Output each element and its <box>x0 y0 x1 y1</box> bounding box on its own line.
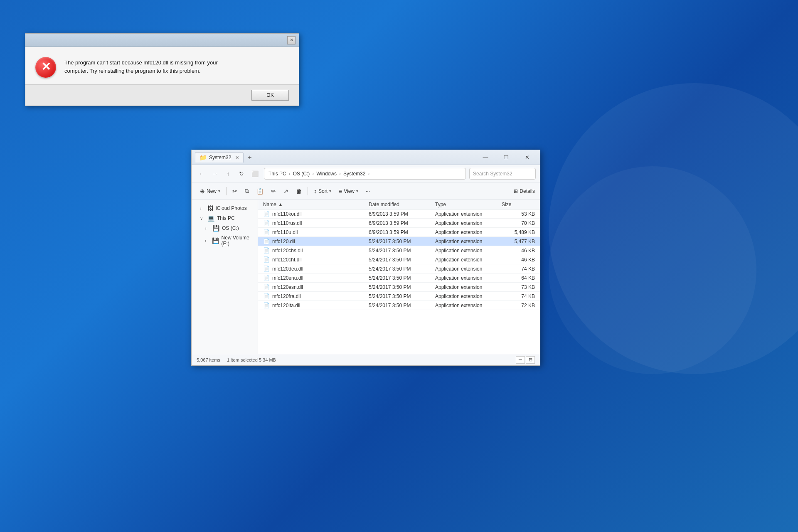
view-list-button[interactable]: ☰ <box>516 356 525 364</box>
file-type: Application extension <box>435 248 502 254</box>
sidebar-item-os-c[interactable]: › 💾 OS (C:) <box>192 223 258 233</box>
explorer-statusbar: 5,067 items 1 item selected 5.34 MB ☰ ⊟ <box>192 354 540 365</box>
file-type: Application extension <box>435 266 502 272</box>
file-type: Application extension <box>435 220 502 226</box>
file-size: 73 KB <box>502 284 535 290</box>
file-name-cell: 📄 mfc110kor.dll <box>263 211 369 217</box>
file-name: mfc120esn.dll <box>272 284 303 290</box>
column-size[interactable]: Size <box>502 202 535 207</box>
file-size: 53 KB <box>502 211 535 217</box>
explorer-tab-label: System32 <box>209 155 231 160</box>
minimize-button[interactable]: — <box>476 151 495 164</box>
error-message-line1: The program can't start because mfc120.d… <box>64 59 218 66</box>
file-date: 5/24/2017 3:50 PM <box>369 293 435 299</box>
address-sep-4: › <box>368 171 369 177</box>
address-segment-windows: Windows <box>316 171 337 177</box>
separator-2 <box>308 187 308 195</box>
expand-icon: › <box>200 206 205 211</box>
table-row[interactable]: 📄 mfc120.dll 5/24/2017 3:50 PM Applicati… <box>258 237 540 246</box>
view-detail-button[interactable]: ⊟ <box>526 356 535 364</box>
more-label: ··· <box>366 188 370 194</box>
explorer-tab-system32[interactable]: 📁 System32 ✕ <box>195 152 244 163</box>
file-type: Application extension <box>435 257 502 263</box>
new-label: New <box>207 188 217 194</box>
file-icon: 📄 <box>263 238 270 244</box>
error-dialog-close-button[interactable]: ✕ <box>287 36 296 44</box>
search-placeholder: Search System32 <box>473 171 512 177</box>
file-size: 46 KB <box>502 257 535 263</box>
ok-button[interactable]: OK <box>251 90 289 101</box>
titlebar-controls: — ❐ ✕ <box>476 151 537 164</box>
status-item-count: 5,067 items <box>197 357 220 362</box>
share-button[interactable]: ↗ <box>280 185 292 197</box>
up-button[interactable]: ↑ <box>222 168 234 180</box>
refresh-button[interactable]: ↻ <box>236 168 247 180</box>
view-chevron-icon: ▾ <box>356 189 358 193</box>
sort-button[interactable]: ↕ Sort ▾ <box>310 185 335 197</box>
new-icon: ⊕ <box>200 188 205 195</box>
table-row[interactable]: 📄 mfc120enu.dll 5/24/2017 3:50 PM Applic… <box>258 273 540 283</box>
error-message-line2: computer. Try reinstalling the program t… <box>64 68 200 74</box>
file-name: mfc120.dll <box>272 239 295 244</box>
close-button[interactable]: ✕ <box>517 151 537 164</box>
file-date: 5/24/2017 3:50 PM <box>369 275 435 281</box>
file-date: 6/9/2013 3:59 PM <box>369 229 435 235</box>
delete-button[interactable]: 🗑 <box>293 185 305 197</box>
sidebar-item-this-pc[interactable]: ∨ 💻 This PC <box>192 213 258 223</box>
paste-button[interactable]: 📋 <box>253 185 267 197</box>
file-icon: 📄 <box>263 220 270 226</box>
file-name-cell: 📄 mfc110u.dll <box>263 229 369 235</box>
table-row[interactable]: 📄 mfc120cht.dll 5/24/2017 3:50 PM Applic… <box>258 255 540 264</box>
restore-button[interactable]: ❐ <box>497 151 516 164</box>
table-row[interactable]: 📄 mfc120chs.dll 5/24/2017 3:50 PM Applic… <box>258 246 540 255</box>
tab-close-button[interactable]: ✕ <box>235 155 239 160</box>
file-icon: 📄 <box>263 266 270 272</box>
tab-add-button[interactable]: + <box>246 154 253 161</box>
address-bar[interactable]: This PC › OS (C:) › Windows › System32 › <box>264 168 466 180</box>
table-row[interactable]: 📄 mfc120ita.dll 5/24/2017 3:50 PM Applic… <box>258 301 540 310</box>
folder-view-button[interactable]: ⬜ <box>249 168 261 180</box>
forward-button[interactable]: → <box>209 168 221 180</box>
column-type[interactable]: Type <box>435 202 502 207</box>
col-date-label: Date modified <box>369 202 399 207</box>
file-name: mfc120enu.dll <box>272 275 303 281</box>
file-table-header: Name ▲ Date modified Type Size <box>258 200 540 209</box>
new-button[interactable]: ⊕ New ▾ <box>197 185 224 197</box>
file-name: mfc120fra.dll <box>272 293 301 299</box>
details-button[interactable]: ⊞ Details <box>514 188 535 194</box>
error-x-symbol: ✕ <box>41 61 51 73</box>
file-icon: 📄 <box>263 256 270 263</box>
table-row[interactable]: 📄 mfc120fra.dll 5/24/2017 3:50 PM Applic… <box>258 292 540 301</box>
file-icon: 📄 <box>263 302 270 308</box>
new-chevron-icon: ▾ <box>218 189 220 193</box>
sidebar-item-icloud-photos[interactable]: › 🖼 iCloud Photos <box>192 203 258 213</box>
cut-button[interactable]: ✂ <box>229 185 241 197</box>
file-name-cell: 📄 mfc120ita.dll <box>263 302 369 308</box>
file-date: 5/24/2017 3:50 PM <box>369 248 435 254</box>
back-button[interactable]: ← <box>196 168 207 180</box>
file-name-cell: 📄 mfc120chs.dll <box>263 247 369 254</box>
more-button[interactable]: ··· <box>362 185 373 197</box>
search-box[interactable]: Search System32 <box>469 168 536 180</box>
sort-label: Sort <box>318 188 328 194</box>
rename-button[interactable]: ✏ <box>268 185 279 197</box>
table-row[interactable]: 📄 mfc110kor.dll 6/9/2013 3:59 PM Applica… <box>258 209 540 219</box>
file-type: Application extension <box>435 229 502 235</box>
view-button[interactable]: ≡ View ▾ <box>335 185 362 197</box>
table-row[interactable]: 📄 mfc110rus.dll 6/9/2013 3:59 PM Applica… <box>258 219 540 228</box>
view-icon: ≡ <box>339 188 342 195</box>
sidebar-item-new-volume[interactable]: › 💾 New Volume (E:) <box>192 233 258 248</box>
file-type: Application extension <box>435 275 502 281</box>
table-row[interactable]: 📄 mfc120deu.dll 5/24/2017 3:50 PM Applic… <box>258 264 540 273</box>
col-type-label: Type <box>435 202 446 207</box>
table-row[interactable]: 📄 mfc120esn.dll 5/24/2017 3:50 PM Applic… <box>258 283 540 292</box>
file-name: mfc120ita.dll <box>272 303 300 308</box>
table-row[interactable]: 📄 mfc110u.dll 6/9/2013 3:59 PM Applicati… <box>258 228 540 237</box>
column-date-modified[interactable]: Date modified <box>369 202 435 207</box>
file-icon: 📄 <box>263 275 270 281</box>
column-name[interactable]: Name ▲ <box>263 202 369 207</box>
error-dialog-titlebar: ✕ <box>25 34 299 47</box>
copy-button[interactable]: ⧉ <box>241 185 252 197</box>
error-message: The program can't start because mfc120.d… <box>64 57 218 75</box>
file-name: mfc110kor.dll <box>272 211 302 217</box>
